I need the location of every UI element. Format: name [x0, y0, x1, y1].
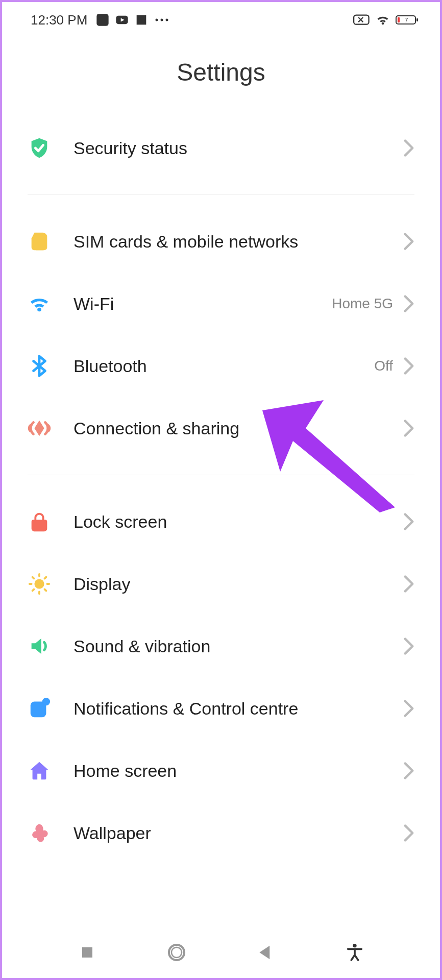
row-label: SIM cards & mobile networks [73, 232, 403, 252]
connection-sharing-icon [28, 416, 73, 440]
nav-accessibility-button[interactable] [342, 940, 367, 965]
chevron-right-icon [403, 762, 414, 780]
svg-point-4 [161, 19, 163, 21]
nav-bar [2, 932, 440, 973]
bluetooth-icon [28, 354, 73, 378]
row-notifications[interactable]: Notifications & Control centre [28, 677, 414, 740]
youtube-icon [115, 13, 129, 27]
home-icon [28, 759, 73, 782]
row-label: Display [73, 574, 403, 594]
sound-icon [28, 634, 73, 658]
status-bar: 12:30 PM 7 [2, 2, 440, 38]
chevron-right-icon [403, 232, 414, 251]
brightness-icon [28, 572, 73, 596]
settings-list: Security status SIM cards & mobile netwo… [2, 117, 440, 864]
clock: 12:30 PM [31, 12, 87, 28]
nav-back-button[interactable] [253, 940, 278, 965]
row-label: Bluetooth [73, 356, 374, 376]
row-label: Security status [73, 138, 403, 158]
svg-point-10 [34, 579, 44, 589]
svg-rect-9 [398, 17, 400, 22]
svg-point-5 [166, 19, 168, 21]
chevron-right-icon [403, 419, 414, 437]
svg-line-15 [33, 577, 34, 579]
wifi-icon [28, 292, 73, 315]
row-label: Notifications & Control centre [73, 699, 403, 719]
svg-rect-8 [416, 18, 418, 21]
row-security-status[interactable]: Security status [28, 117, 414, 179]
lock-icon [28, 510, 73, 533]
svg-rect-2 [137, 15, 146, 25]
device-frame: 12:30 PM 7 Setti [0, 0, 442, 980]
notifications-icon [28, 697, 73, 720]
battery-icon: 7 [395, 13, 420, 27]
row-value: Home 5G [332, 296, 393, 312]
section-divider [28, 475, 414, 475]
more-dots-icon [154, 13, 170, 27]
row-wifi[interactable]: Wi-Fi Home 5G [28, 273, 414, 335]
nav-recents-button[interactable] [75, 940, 100, 965]
row-label: Sound & vibration [73, 636, 403, 656]
app-square-icon [134, 13, 149, 27]
nav-home-button[interactable] [164, 940, 189, 965]
svg-line-18 [45, 577, 46, 579]
shield-check-icon [28, 136, 73, 160]
row-label: Lock screen [73, 512, 403, 532]
row-value: Off [374, 358, 393, 374]
sync-off-icon [95, 13, 110, 27]
wallpaper-flower-icon [28, 821, 73, 845]
chevron-right-icon [403, 139, 414, 157]
status-left: 12:30 PM [31, 12, 170, 28]
row-label: Wi-Fi [73, 294, 332, 314]
chevron-right-icon [403, 512, 414, 531]
chevron-right-icon [403, 295, 414, 313]
no-sim-icon [353, 13, 371, 27]
row-connection-sharing[interactable]: Connection & sharing [28, 397, 414, 459]
row-display[interactable]: Display [28, 553, 414, 615]
svg-point-24 [353, 944, 356, 947]
svg-line-16 [45, 590, 46, 591]
row-home-screen[interactable]: Home screen [28, 740, 414, 802]
section-divider [28, 194, 414, 195]
svg-rect-21 [82, 947, 92, 958]
page-title: Settings [2, 38, 440, 117]
row-bluetooth[interactable]: Bluetooth Off [28, 335, 414, 397]
svg-point-3 [156, 19, 158, 21]
battery-level-text: 7 [405, 17, 408, 24]
row-label: Home screen [73, 761, 403, 781]
row-sound-vibration[interactable]: Sound & vibration [28, 615, 414, 677]
chevron-right-icon [403, 824, 414, 842]
svg-point-20 [42, 698, 50, 705]
row-label: Connection & sharing [73, 419, 403, 438]
chevron-right-icon [403, 575, 414, 593]
svg-point-23 [171, 947, 182, 958]
svg-line-17 [33, 590, 34, 591]
row-lock-screen[interactable]: Lock screen [28, 491, 414, 553]
chevron-right-icon [403, 357, 414, 375]
chevron-right-icon [403, 637, 414, 655]
row-label: Wallpaper [73, 823, 403, 843]
sim-card-icon [28, 230, 73, 253]
wifi-icon [376, 13, 390, 27]
row-sim-cards[interactable]: SIM cards & mobile networks [28, 210, 414, 273]
status-right: 7 [353, 13, 420, 27]
row-wallpaper[interactable]: Wallpaper [28, 802, 414, 864]
chevron-right-icon [403, 699, 414, 718]
